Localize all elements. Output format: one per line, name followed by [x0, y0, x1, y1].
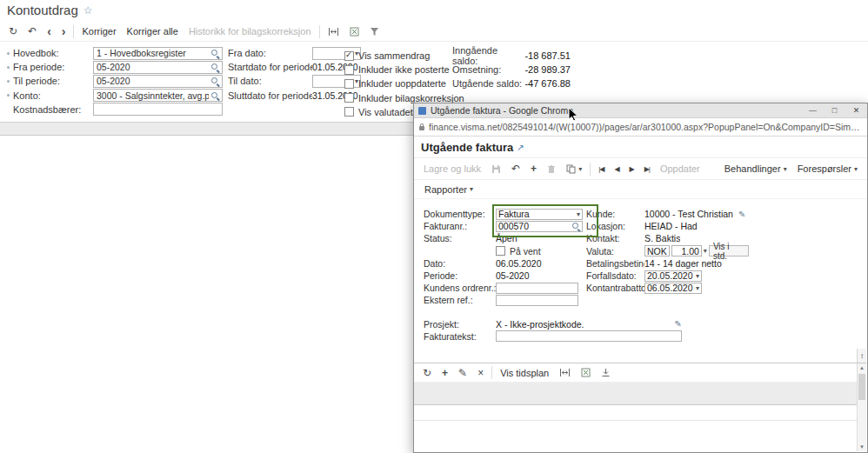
add-icon[interactable]: + — [525, 162, 542, 176]
korriger-alle-button[interactable]: Korriger alle — [122, 24, 184, 38]
field-label: Startdato for periode: — [228, 62, 312, 72]
search-icon[interactable] — [210, 49, 219, 57]
ekstern-ref-field[interactable] — [496, 295, 578, 306]
checkbox[interactable] — [344, 107, 354, 117]
row-valuta: Valuta: NOK 1.00 ▾ Vis i std. — [584, 245, 749, 257]
field-label: Dato: — [421, 258, 496, 269]
vis-i-std-button[interactable]: Vis i std. — [709, 245, 749, 256]
kundens-ordrenr-field[interactable] — [496, 283, 578, 294]
save-icon[interactable] — [486, 163, 506, 176]
panel-toggle-icon[interactable]: ↕ — [857, 349, 866, 363]
oppdater-button[interactable]: Oppdater — [655, 162, 705, 176]
search-icon[interactable] — [210, 91, 219, 100]
rapporter-button[interactable]: Rapporter▾ — [419, 183, 478, 197]
field-label: Forfallsdato: — [584, 270, 644, 281]
grid-row[interactable] — [414, 405, 857, 421]
til-periode-field[interactable]: 05-2020 — [93, 75, 223, 88]
checkbox[interactable] — [344, 65, 354, 75]
fakturatekst-field[interactable] — [496, 330, 682, 342]
download-icon[interactable] — [596, 366, 616, 379]
refresh-icon[interactable]: ↻ — [3, 24, 23, 38]
invoice-title: Utgående faktura — [421, 141, 513, 154]
url-bar[interactable]: finance.visma.net/0825491014/(W(10007))/… — [414, 118, 867, 137]
fit-width-icon[interactable] — [323, 25, 344, 38]
korriger-button[interactable]: Korriger — [77, 24, 121, 38]
kontantrabattdato-field[interactable]: 06.05.2020▾ — [644, 283, 702, 294]
copy-icon[interactable]: ▾ — [561, 163, 587, 176]
checkbox[interactable] — [344, 51, 354, 61]
field-label: Konto: — [13, 90, 93, 101]
scroll-up-icon[interactable]: ▲ — [858, 363, 866, 372]
total-label: Utgående saldo: — [452, 78, 524, 89]
undo-icon[interactable]: ↶ — [23, 24, 42, 38]
dokumenttype-select[interactable]: Faktura▾ — [496, 209, 583, 220]
historikk-button[interactable]: Historikk for bilagskorreksjon — [184, 24, 317, 38]
checkbox[interactable] — [344, 93, 354, 103]
behandlinger-button[interactable]: Behandlinger▾ — [719, 162, 792, 176]
grid-scrollbar[interactable]: ▲ ▼ — [857, 363, 866, 451]
kontakt-value: S. Baktis — [644, 233, 680, 243]
forfallsdato-field[interactable]: 20.05.2020▾ — [644, 270, 702, 282]
search-icon[interactable] — [210, 63, 219, 71]
dato-value: 06.05.2020 — [496, 258, 542, 269]
field-label — [421, 246, 496, 256]
refresh-icon[interactable]: ↻ — [417, 366, 437, 380]
filter-row-kostnadsbaerer: Kostnadsbærer: — [7, 103, 223, 117]
valuta-currency-field[interactable]: NOK — [644, 245, 670, 256]
undo-icon[interactable]: ↶ — [506, 162, 525, 176]
konto-field[interactable]: 3000 - Salgsinntekter, avg.pliktig — [93, 89, 223, 102]
scroll-thumb[interactable] — [858, 374, 865, 400]
delete-row-icon[interactable]: × — [472, 366, 489, 380]
row-prosjekt: Prosjekt: X - Ikke-prosjektkode. ✎ — [421, 318, 682, 330]
required-dot — [7, 94, 10, 97]
prev-icon[interactable]: ‹ — [42, 23, 57, 40]
search-icon[interactable] — [571, 222, 580, 230]
kostnadsbaerer-field[interactable] — [93, 103, 223, 116]
chrome-favicon-icon — [418, 107, 426, 115]
window-titlebar[interactable]: Utgående faktura - Google Chrome — □ ✕ — [414, 103, 867, 118]
edit-pencil-icon[interactable]: ✎ — [675, 319, 682, 329]
vis-tidsplan-button[interactable]: Vis tidsplan — [495, 366, 554, 380]
foresporsler-button[interactable]: Forespørsler▾ — [792, 162, 863, 176]
chevron-down-icon: ▾ — [577, 210, 580, 218]
rapporter-label: Rapporter — [424, 184, 467, 195]
edit-pencil-icon[interactable]: ✎ — [738, 210, 745, 219]
grid-toolbar: ↻ + ✎ × Vis tidsplan — [414, 363, 857, 383]
status-value: Åpen — [496, 233, 517, 243]
checkbox[interactable] — [344, 79, 354, 89]
external-link-icon[interactable]: ↗ — [517, 143, 524, 152]
fra-periode-field[interactable]: 05-2020 — [93, 61, 223, 74]
fit-width-icon[interactable] — [554, 366, 576, 379]
add-row-icon[interactable]: + — [437, 366, 453, 380]
fakturanr-field[interactable]: 000570 — [496, 221, 583, 232]
checkbox-label: Inkluder ikke posterte — [358, 64, 450, 75]
scroll-down-icon[interactable]: ▼ — [858, 443, 866, 451]
close-button[interactable]: ✕ — [845, 103, 867, 117]
checkbox-label: Vis sammendrag — [358, 50, 430, 61]
filter-row-sluttdato: Sluttdato for periode: 31.05.2020 — [228, 89, 360, 103]
invoice-tabs — [414, 349, 857, 363]
field-value: 05-2020 — [97, 62, 209, 72]
export-excel-icon[interactable] — [344, 25, 364, 38]
filter-icon[interactable] — [364, 25, 384, 38]
kunde-value: 10000 - Test Christian — [644, 209, 738, 219]
favorite-star-icon[interactable]: ☆ — [83, 4, 93, 17]
maximize-button[interactable]: □ — [824, 103, 845, 117]
pa-vent-checkbox[interactable] — [496, 246, 505, 256]
lagre-og-lukk-button[interactable]: Lagre og lukk — [418, 162, 486, 176]
nav-next-icon[interactable]: ▶ — [624, 163, 639, 175]
nav-last-icon[interactable]: ▶| — [639, 163, 655, 175]
valuta-rate-field[interactable]: 1.00 — [671, 245, 702, 256]
hovedbok-field[interactable]: 1 - Hovedboksregister — [93, 47, 223, 60]
minimize-button[interactable]: — — [802, 103, 824, 117]
nav-first-icon[interactable]: |◀ — [593, 163, 609, 175]
row-lokasjon: Lokasjon: HEIAD - Had — [584, 220, 749, 232]
export-excel-icon[interactable] — [576, 366, 596, 379]
edit-pencil-icon[interactable]: ✎ — [453, 366, 472, 380]
page-title: Kontoutdrag — [7, 3, 78, 17]
search-icon[interactable] — [210, 77, 219, 85]
next-icon[interactable]: › — [57, 23, 71, 40]
delete-icon[interactable] — [542, 163, 561, 176]
chevron-down-icon[interactable]: ▾ — [704, 247, 707, 255]
nav-prev-icon[interactable]: ◀ — [609, 163, 624, 175]
